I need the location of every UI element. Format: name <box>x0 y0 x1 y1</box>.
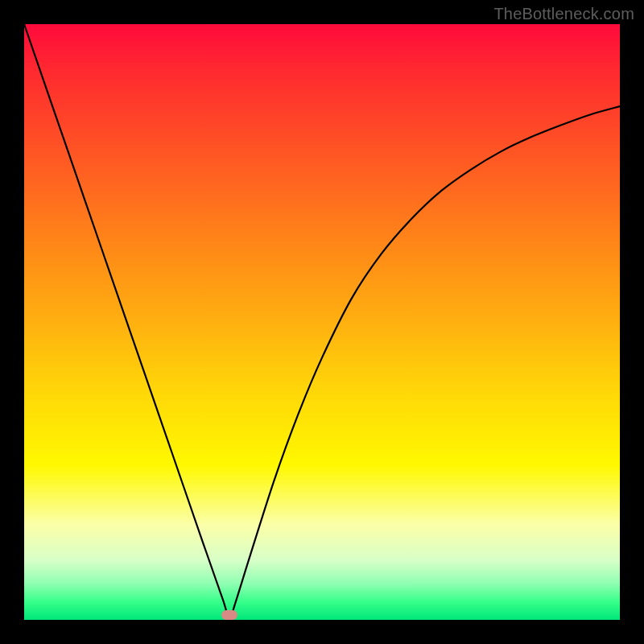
curve-path <box>24 24 620 620</box>
watermark-text: TheBottleneck.com <box>493 5 634 23</box>
plot-area <box>24 24 620 620</box>
chart-frame: TheBottleneck.com <box>0 0 644 644</box>
minimum-marker <box>221 610 237 620</box>
bottleneck-curve <box>24 24 620 620</box>
